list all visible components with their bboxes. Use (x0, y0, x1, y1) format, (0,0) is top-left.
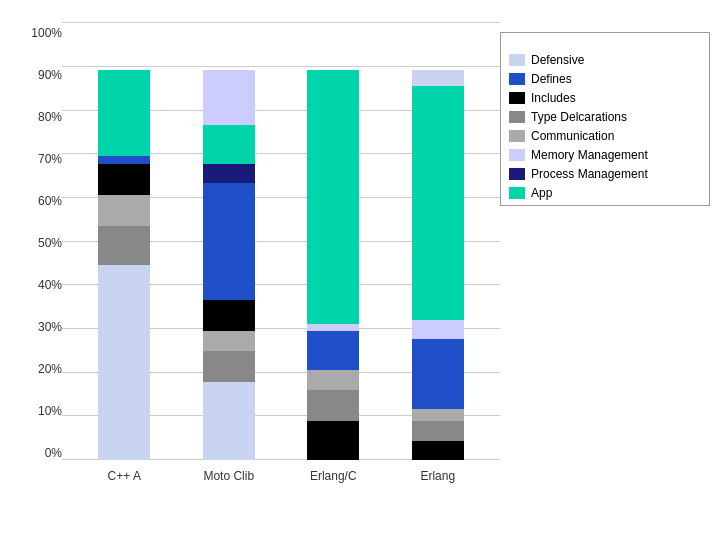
y-axis-label: 70% (20, 152, 62, 166)
bar-segment (412, 86, 464, 320)
bar-segment (307, 331, 359, 370)
x-axis-label: Erlang/C (307, 469, 359, 483)
legend-label: App (531, 186, 552, 200)
bar-segment (98, 265, 150, 460)
legend-swatch (509, 149, 525, 161)
y-axis-label: 80% (20, 110, 62, 124)
page-title (0, 0, 720, 12)
legend-item: Defensive (509, 53, 701, 67)
legend-label: Memory Management (531, 148, 648, 162)
bar-segment (203, 300, 255, 331)
legend-label: Process Management (531, 167, 648, 181)
legend-swatch (509, 92, 525, 104)
legend-swatch (509, 73, 525, 85)
bar-segment (98, 70, 150, 156)
bar-segment (98, 195, 150, 226)
bar-segment (307, 324, 359, 332)
bar-segment (98, 164, 150, 195)
bar-segment (307, 390, 359, 421)
bar-segment (203, 125, 255, 164)
x-axis-label: Erlang (412, 469, 464, 483)
legend-swatch (509, 54, 525, 66)
bar-group (307, 22, 359, 460)
y-axis-label: 30% (20, 320, 62, 334)
bar (203, 70, 255, 460)
bar-segment (412, 409, 464, 421)
legend-swatch (509, 168, 525, 180)
bars-area: C++ AMoto ClibErlang/CErlang (62, 22, 500, 492)
legend-label: Defines (531, 72, 572, 86)
legend-item: Communication (509, 129, 701, 143)
bar-segment (203, 351, 255, 382)
legend-item: Process Management (509, 167, 701, 181)
y-axis-label: 50% (20, 236, 62, 250)
legend-swatch (509, 187, 525, 199)
legend-swatch (509, 130, 525, 142)
bar (98, 70, 150, 460)
bar-segment (307, 421, 359, 460)
legend-swatch (509, 111, 525, 123)
legend-item: Type Delcarations (509, 110, 701, 124)
chart-area: 0%10%20%30%40%50%60%70%80%90%100% C++ AM… (0, 12, 720, 492)
y-axis-label: 0% (20, 446, 62, 460)
bar-segment (203, 183, 255, 300)
y-axis-label: 100% (20, 26, 62, 40)
bar-group (412, 22, 464, 460)
legend-item: Defines (509, 72, 701, 86)
bar-segment (98, 156, 150, 164)
bar-segment (412, 339, 464, 409)
legend-label: Type Delcarations (531, 110, 627, 124)
legend-label: Communication (531, 129, 614, 143)
bar-segment (203, 164, 255, 184)
y-axis: 0%10%20%30%40%50%60%70%80%90%100% (20, 22, 62, 492)
bar (307, 70, 359, 460)
y-axis-label: 90% (20, 68, 62, 82)
legend-item: Memory Management (509, 148, 701, 162)
bar-segment (307, 370, 359, 390)
legend: DefensiveDefinesIncludesType Delcaration… (500, 32, 710, 206)
bar-segment (412, 421, 464, 441)
chart-container: 0%10%20%30%40%50%60%70%80%90%100% C++ AM… (20, 22, 500, 492)
x-axis-label: Moto Clib (203, 469, 255, 483)
bar-segment (307, 70, 359, 324)
bar-segment (412, 441, 464, 461)
y-axis-label: 20% (20, 362, 62, 376)
x-axis-label: C++ A (98, 469, 150, 483)
bar (412, 70, 464, 460)
legend-item: Includes (509, 91, 701, 105)
bar-segment (203, 331, 255, 351)
bar-segment (98, 226, 150, 265)
bar-group (98, 22, 150, 460)
y-axis-label: 40% (20, 278, 62, 292)
legend-item: App (509, 186, 701, 200)
y-axis-label: 60% (20, 194, 62, 208)
bar-segment (412, 70, 464, 86)
legend-label: Defensive (531, 53, 584, 67)
bar-segment (203, 382, 255, 460)
bar-segment (203, 70, 255, 125)
y-axis-label: 10% (20, 404, 62, 418)
legend-label: Includes (531, 91, 576, 105)
bar-segment (412, 320, 464, 340)
bar-group (203, 22, 255, 460)
